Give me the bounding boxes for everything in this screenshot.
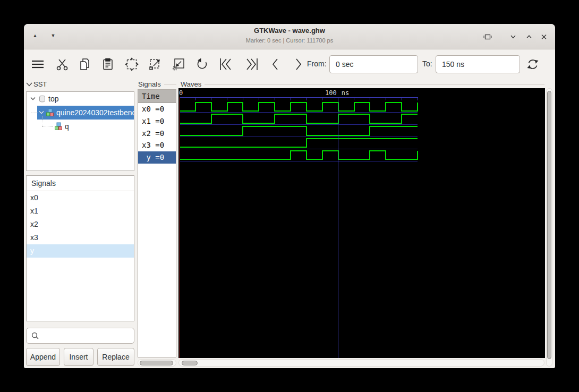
svg-text:100: 100: [325, 89, 337, 97]
tree-item-label: top: [48, 95, 58, 103]
desktop-background: ▲ ▼ GTKWave - wave.ghw Marker: 0 sec | C…: [0, 0, 579, 392]
zoom-in-icon[interactable]: [146, 55, 165, 74]
tree-item-label: quine20240302testbench: [56, 108, 134, 117]
finder-header: Signals: [27, 176, 134, 191]
window-title: GTKWave - wave.ghw: [183, 27, 396, 35]
gtkwave-window: ▲ ▼ GTKWave - wave.ghw Marker: 0 sec | C…: [24, 24, 555, 368]
search-input[interactable]: [42, 328, 141, 343]
tree-line: [31, 113, 38, 113]
go-to-start-icon[interactable]: [216, 55, 235, 74]
signal-finder-list: Signals x0 x1 x2 x3 y: [26, 175, 134, 321]
frame-line: [205, 84, 544, 84]
svg-text:0: 0: [179, 89, 183, 97]
search-icon: [31, 331, 39, 340]
signal-row-x2[interactable]: x2 =0: [138, 127, 176, 140]
time-header[interactable]: Time: [138, 90, 176, 103]
sst-expander-icon[interactable]: [25, 81, 33, 88]
step-forward-icon[interactable]: [288, 55, 308, 74]
menu-icon[interactable]: [28, 55, 47, 74]
sst-tree: top quine20240302testbench q: [26, 91, 134, 171]
tree-item-q[interactable]: q: [27, 120, 134, 133]
undo-icon[interactable]: [192, 55, 211, 74]
tree-line: [42, 126, 53, 127]
waveform-plot: 0100ns: [178, 88, 545, 358]
waves-hscrollbar[interactable]: [178, 359, 544, 367]
finder-item-x3[interactable]: x3: [27, 231, 134, 244]
tree-item-top[interactable]: top: [27, 92, 134, 106]
component-cubes-icon: [54, 122, 63, 131]
signals-hscrollbar[interactable]: [138, 359, 176, 367]
sst-label: SST: [33, 80, 47, 88]
insert-button[interactable]: Insert: [64, 348, 93, 366]
shift-up-icon[interactable]: ▲: [31, 33, 39, 38]
zoom-fit-icon[interactable]: [122, 55, 141, 74]
replace-button[interactable]: Replace: [97, 348, 134, 366]
go-to-end-icon[interactable]: [242, 55, 261, 74]
signal-row-y[interactable]: y =0: [138, 151, 176, 164]
waves-hscrollbar-thumb[interactable]: [182, 361, 198, 365]
finder-item-x0[interactable]: x0: [27, 191, 134, 204]
tree-item-label: q: [65, 122, 69, 131]
to-label: To:: [422, 59, 432, 68]
copy-icon[interactable]: [75, 55, 95, 74]
append-button[interactable]: Append: [26, 348, 60, 366]
chevron-up-icon[interactable]: [524, 32, 534, 41]
expander-icon[interactable]: [29, 95, 37, 103]
from-label: From:: [307, 59, 327, 68]
to-input[interactable]: [436, 55, 520, 73]
wave-canvas[interactable]: 0100ns: [178, 88, 545, 358]
signals-panel: Time x0 =0 x1 =0 x2 =0 x3 =0 y =0: [138, 89, 176, 357]
close-icon[interactable]: [539, 32, 549, 41]
signals-hscrollbar-thumb[interactable]: [140, 361, 173, 365]
signal-row-x3[interactable]: x3 =0: [138, 139, 176, 151]
window-subtitle: Marker: 0 sec | Cursor: 111700 ps: [157, 37, 422, 44]
chevron-down-icon[interactable]: [508, 32, 518, 41]
maximize-icon[interactable]: [483, 32, 492, 41]
tree-item-quine20240302testbench[interactable]: quine20240302testbench: [27, 106, 134, 120]
finder-item-y[interactable]: y: [27, 244, 134, 258]
cut-icon[interactable]: [53, 55, 72, 74]
finder-item-x1[interactable]: x1: [27, 204, 134, 218]
reload-icon[interactable]: [523, 55, 542, 74]
finder-item-x2[interactable]: x2: [27, 218, 134, 231]
component-cubes-icon: [46, 108, 54, 117]
signals-panel-label: Signals: [138, 80, 161, 88]
from-input[interactable]: [329, 55, 418, 73]
signal-row-x0[interactable]: x0 =0: [138, 103, 176, 115]
signal-row-x1[interactable]: x1 =0: [138, 115, 176, 127]
svg-text:ns: ns: [342, 89, 349, 97]
frame-line: [164, 84, 176, 84]
waves-vscrollbar[interactable]: [546, 88, 552, 367]
titlebar: ▲ ▼ GTKWave - wave.ghw Marker: 0 sec | C…: [24, 24, 555, 49]
tree-line: [42, 116, 42, 126]
shift-down-icon[interactable]: ▼: [49, 33, 57, 38]
waves-vscrollbar-thumb[interactable]: [547, 91, 551, 359]
step-back-icon[interactable]: [266, 55, 285, 74]
expander-icon[interactable]: [38, 109, 45, 116]
signal-search[interactable]: [26, 328, 134, 344]
waves-label: Waves: [181, 80, 201, 88]
module-cylinder-icon: [38, 95, 46, 103]
zoom-out-icon[interactable]: [169, 55, 188, 74]
paste-icon[interactable]: [98, 55, 117, 74]
